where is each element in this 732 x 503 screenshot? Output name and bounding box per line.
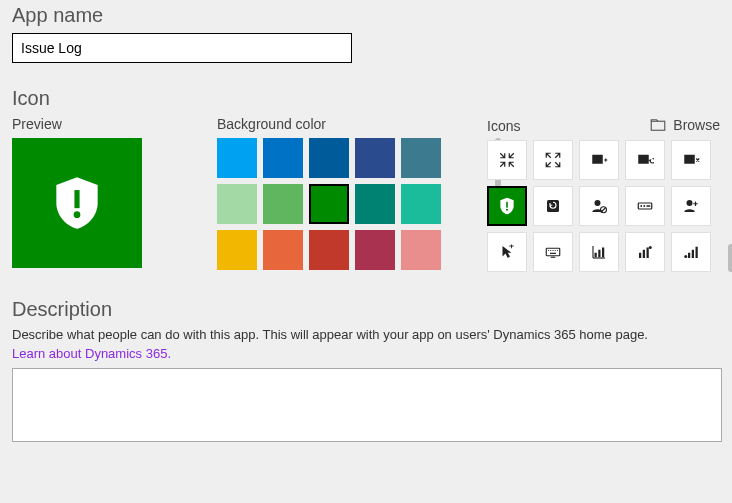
color-swatch[interactable] bbox=[263, 138, 303, 178]
color-swatch[interactable] bbox=[401, 138, 441, 178]
svg-rect-29 bbox=[602, 248, 604, 258]
svg-rect-28 bbox=[598, 250, 600, 258]
svg-rect-6 bbox=[506, 202, 508, 208]
color-swatch[interactable] bbox=[355, 230, 395, 270]
add-card-icon-option[interactable] bbox=[579, 140, 619, 180]
learn-link[interactable]: Learn about Dynamics 365. bbox=[12, 346, 171, 361]
color-swatch[interactable] bbox=[263, 230, 303, 270]
svg-rect-36 bbox=[692, 250, 694, 258]
svg-point-18 bbox=[548, 250, 549, 251]
app-name-section: App name bbox=[12, 4, 720, 63]
svg-point-20 bbox=[552, 250, 553, 251]
color-swatch[interactable] bbox=[401, 230, 441, 270]
svg-rect-32 bbox=[647, 248, 649, 259]
svg-point-19 bbox=[550, 250, 551, 251]
bar-chart-alt-icon-option[interactable] bbox=[625, 232, 665, 272]
color-grid bbox=[217, 138, 487, 270]
description-section: Description Describe what people can do … bbox=[12, 298, 720, 446]
credential-icon-option[interactable] bbox=[625, 186, 665, 226]
shield-alert-icon-option[interactable] bbox=[487, 186, 527, 226]
app-name-input[interactable] bbox=[12, 33, 352, 63]
svg-point-7 bbox=[506, 209, 508, 211]
user-add-icon-option[interactable] bbox=[671, 186, 711, 226]
svg-rect-2 bbox=[652, 121, 666, 130]
icon-section: Icon Preview Background color bbox=[12, 87, 720, 272]
svg-rect-4 bbox=[638, 155, 649, 164]
collapse-icon-option[interactable] bbox=[487, 140, 527, 180]
icon-section-label: Icon bbox=[12, 87, 720, 110]
svg-rect-23 bbox=[550, 253, 556, 254]
browse-button[interactable]: Browse bbox=[649, 116, 720, 134]
undo-card-icon-option[interactable] bbox=[625, 140, 665, 180]
svg-point-9 bbox=[595, 200, 601, 206]
user-block-icon-option[interactable] bbox=[579, 186, 619, 226]
bar-chart-icon-option[interactable] bbox=[579, 232, 619, 272]
svg-rect-3 bbox=[592, 155, 603, 164]
preview-column: Preview bbox=[12, 116, 217, 268]
remove-card-icon-option[interactable] bbox=[671, 140, 711, 180]
svg-point-1 bbox=[74, 211, 81, 218]
expand-icon-option[interactable] bbox=[533, 140, 573, 180]
svg-rect-31 bbox=[643, 250, 645, 258]
svg-point-33 bbox=[649, 246, 652, 249]
color-swatch[interactable] bbox=[217, 184, 257, 224]
svg-line-11 bbox=[601, 208, 606, 213]
pointer-icon-option[interactable] bbox=[487, 232, 527, 272]
icon-scrollbar[interactable] bbox=[728, 244, 732, 272]
svg-rect-30 bbox=[639, 253, 641, 258]
icon-grid bbox=[487, 140, 720, 272]
color-swatch[interactable] bbox=[309, 184, 349, 224]
preview-tile bbox=[12, 138, 142, 268]
svg-rect-35 bbox=[688, 253, 690, 258]
color-swatch[interactable] bbox=[217, 138, 257, 178]
color-swatch[interactable] bbox=[309, 230, 349, 270]
color-swatch[interactable] bbox=[309, 138, 349, 178]
svg-rect-27 bbox=[595, 253, 597, 258]
color-swatch[interactable] bbox=[401, 184, 441, 224]
svg-point-21 bbox=[555, 250, 556, 251]
svg-point-16 bbox=[687, 200, 693, 206]
icons-column: Icons Browse bbox=[487, 116, 720, 272]
app-name-label: App name bbox=[12, 4, 720, 27]
keyboard-icon-option[interactable] bbox=[533, 232, 573, 272]
refresh-icon-option[interactable] bbox=[533, 186, 573, 226]
bg-color-label: Background color bbox=[217, 116, 487, 132]
svg-rect-0 bbox=[74, 190, 79, 208]
color-swatch[interactable] bbox=[263, 184, 303, 224]
svg-rect-17 bbox=[546, 248, 560, 256]
icons-label: Icons bbox=[487, 118, 520, 134]
svg-rect-5 bbox=[684, 155, 695, 164]
color-swatch[interactable] bbox=[355, 138, 395, 178]
background-color-column: Background color bbox=[217, 116, 487, 270]
color-swatch[interactable] bbox=[217, 230, 257, 270]
description-help: Describe what people can do with this ap… bbox=[12, 327, 720, 342]
svg-point-14 bbox=[643, 205, 645, 207]
folder-icon bbox=[649, 116, 667, 134]
svg-point-22 bbox=[557, 250, 558, 251]
description-textarea[interactable] bbox=[12, 368, 722, 442]
browse-label: Browse bbox=[673, 117, 720, 133]
svg-rect-37 bbox=[696, 247, 698, 258]
svg-point-34 bbox=[684, 255, 687, 258]
svg-point-13 bbox=[640, 205, 642, 207]
svg-rect-15 bbox=[647, 205, 651, 207]
shield-alert-icon bbox=[46, 172, 108, 234]
color-swatch[interactable] bbox=[355, 184, 395, 224]
signal-icon-option[interactable] bbox=[671, 232, 711, 272]
description-label: Description bbox=[12, 298, 720, 321]
preview-label: Preview bbox=[12, 116, 217, 132]
